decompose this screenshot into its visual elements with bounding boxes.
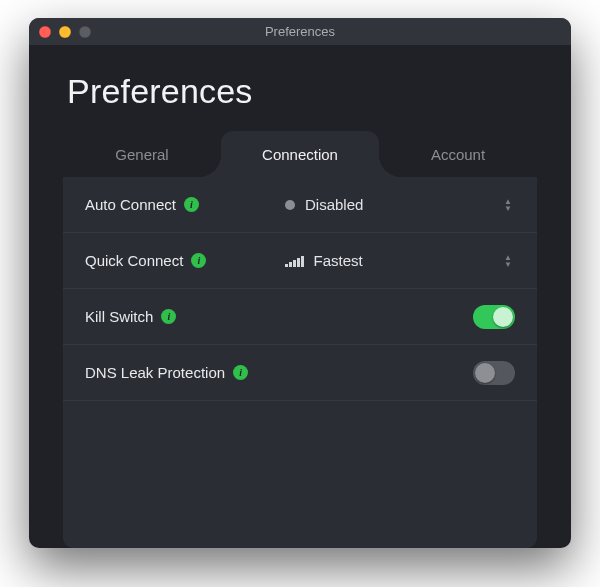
- titlebar: Preferences: [29, 18, 571, 46]
- close-window-button[interactable]: [39, 26, 51, 38]
- kill-switch-toggle[interactable]: [473, 305, 515, 329]
- preferences-window: Preferences Preferences General Connecti…: [29, 18, 571, 548]
- chevron-up-down-icon: ▲▼: [504, 198, 511, 211]
- page-title: Preferences: [67, 72, 537, 111]
- window-controls: [39, 26, 91, 38]
- tab-bar: General Connection Account: [63, 131, 537, 177]
- content-area: Preferences General Connection Account A…: [29, 46, 571, 548]
- tab-general[interactable]: General: [63, 131, 221, 177]
- info-icon[interactable]: i: [161, 309, 176, 324]
- dns-leak-protection-toggle[interactable]: [473, 361, 515, 385]
- toggle-knob: [493, 307, 513, 327]
- quick-connect-select[interactable]: Fastest ▲▼: [285, 233, 515, 288]
- row-kill-switch: Kill Switch i: [63, 289, 537, 345]
- quick-connect-label: Quick Connect: [85, 252, 183, 269]
- quick-connect-value: Fastest: [314, 252, 363, 269]
- row-quick-connect: Quick Connect i Fastest ▲▼: [63, 233, 537, 289]
- row-auto-connect: Auto Connect i Disabled ▲▼: [63, 177, 537, 233]
- chevron-up-down-icon: ▲▼: [504, 254, 511, 267]
- maximize-window-button[interactable]: [79, 26, 91, 38]
- info-icon[interactable]: i: [191, 253, 206, 268]
- settings-panel: Auto Connect i Disabled ▲▼ Quick Connect…: [63, 177, 537, 548]
- auto-connect-label: Auto Connect: [85, 196, 176, 213]
- disabled-icon: [285, 200, 295, 210]
- minimize-window-button[interactable]: [59, 26, 71, 38]
- info-icon[interactable]: i: [233, 365, 248, 380]
- dns-leak-protection-label: DNS Leak Protection: [85, 364, 225, 381]
- auto-connect-select[interactable]: Disabled ▲▼: [285, 177, 515, 232]
- auto-connect-value: Disabled: [305, 196, 363, 213]
- tab-account[interactable]: Account: [379, 131, 537, 177]
- tab-connection[interactable]: Connection: [221, 131, 379, 177]
- toggle-knob: [475, 363, 495, 383]
- kill-switch-label: Kill Switch: [85, 308, 153, 325]
- info-icon[interactable]: i: [184, 197, 199, 212]
- signal-bars-icon: [285, 255, 304, 267]
- window-title: Preferences: [29, 24, 571, 39]
- row-dns-leak-protection: DNS Leak Protection i: [63, 345, 537, 401]
